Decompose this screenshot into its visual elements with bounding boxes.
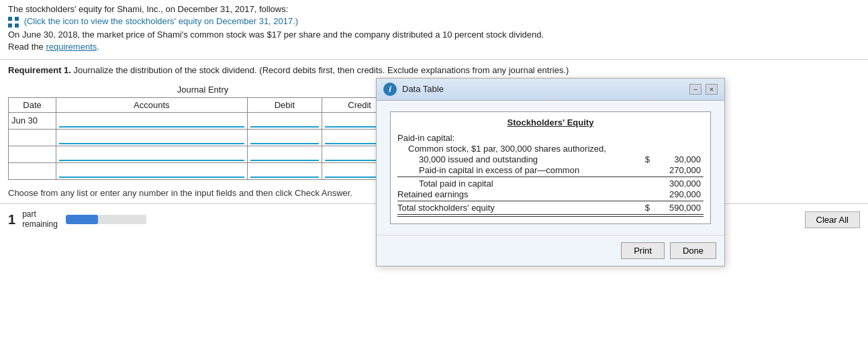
equity-row-3: Paid-in capital in excess of par—common … [397, 165, 704, 175]
requirement-bold: Requirement 1. [8, 65, 71, 75]
journal-row-2 [9, 129, 397, 146]
table-icon [8, 17, 19, 28]
equity-value-3: 270,000 [650, 165, 704, 175]
equity-label-2: 30,000 issued and outstanding [419, 154, 639, 164]
equity-value-5: 290,000 [650, 189, 704, 199]
divider-2 [397, 201, 704, 201]
accounts-input-1[interactable] [59, 114, 244, 128]
equity-label-4: Total paid in capital [419, 179, 639, 189]
debit-input-3[interactable] [250, 148, 320, 161]
modal-footer: Print Done [377, 235, 724, 266]
header-line3: On June 30, 2018, the market price of Sh… [8, 30, 860, 40]
svg-rect-1 [15, 17, 19, 21]
instruction-text: Choose from any list or enter any number… [8, 188, 352, 198]
debit-cell-2[interactable] [247, 129, 322, 146]
equity-label-0: Paid-in capital: [397, 133, 639, 143]
modal-title: Data Table [402, 84, 684, 94]
svg-rect-2 [8, 23, 12, 28]
journal-table: Date Accounts Debit Credit Jun 30 [8, 97, 397, 180]
print-button[interactable]: Print [621, 242, 665, 259]
equity-row-2: 30,000 issued and outstanding $ 30,000 [397, 154, 704, 164]
clear-all-button[interactable]: Clear All [805, 211, 860, 228]
accounts-cell-2[interactable] [56, 129, 247, 146]
divider-1 [397, 177, 704, 177]
col-header-date: Date [9, 97, 56, 112]
equity-value-2: 30,000 [650, 154, 704, 164]
equity-dollar-2: $ [639, 154, 650, 164]
header-line1: The stockholders' equity for Shami, Inc.… [8, 4, 860, 14]
svg-rect-3 [15, 23, 19, 28]
accounts-input-4[interactable] [59, 164, 244, 178]
debit-cell-4[interactable] [247, 162, 322, 179]
part-row: 1 part remaining [8, 209, 146, 230]
svg-rect-0 [8, 17, 12, 21]
equity-label-5: Retained earnings [397, 189, 639, 199]
minimize-button[interactable]: − [689, 84, 702, 95]
requirement-text: Requirement 1. Journalize the distributi… [8, 65, 860, 75]
accounts-cell-1[interactable] [56, 112, 247, 129]
requirements-link[interactable]: requirements [46, 42, 97, 52]
equity-value-6: 590,000 [650, 203, 704, 213]
modal-controls: − × [689, 84, 718, 95]
header-line2: (Click the icon to view the stockholders… [8, 16, 860, 28]
header-line4: Read the requirements. [8, 42, 860, 52]
equity-dollar-6: $ [639, 203, 650, 213]
debit-input-4[interactable] [250, 164, 320, 178]
progress-bar-bg [66, 215, 146, 224]
accounts-cell-3[interactable] [56, 146, 247, 162]
equity-row-4: Total paid in capital 300,000 [397, 179, 704, 189]
equity-table: Stockholders' Equity Paid-in capital: Co… [390, 111, 711, 224]
journal-row-1: Jun 30 [9, 112, 397, 129]
debit-input-1[interactable] [250, 114, 320, 128]
journal-row-3 [9, 146, 397, 162]
equity-title: Stockholders' Equity [397, 117, 704, 128]
journal-section: Journal Entry Date Accounts Debit Credit… [8, 85, 397, 180]
info-icon: i [383, 83, 397, 96]
requirement-section: Requirement 1. Journalize the distributi… [0, 60, 868, 78]
divider-4 [397, 216, 704, 217]
part-remaining-text: part remaining [22, 209, 58, 230]
equity-label-1: Common stock, $1 par, 300,000 shares aut… [408, 144, 639, 154]
col-header-accounts: Accounts [56, 97, 247, 112]
modal-body: Stockholders' Equity Paid-in capital: Co… [377, 101, 724, 235]
equity-link[interactable]: (Click the icon to view the stockholders… [24, 16, 299, 26]
read-prefix: Read the [8, 42, 46, 52]
date-cell-2 [9, 129, 56, 146]
accounts-input-2[interactable] [59, 131, 244, 144]
equity-row-1: Common stock, $1 par, 300,000 shares aut… [397, 144, 704, 154]
clear-all-area: Clear All [805, 211, 860, 228]
close-button[interactable]: × [706, 84, 718, 95]
equity-row-5: Retained earnings 290,000 [397, 189, 704, 199]
journal-title: Journal Entry [8, 85, 397, 95]
debit-cell-3[interactable] [247, 146, 322, 162]
date-cell-3 [9, 146, 56, 162]
requirement-label: Journalize the distribution of the stock… [71, 65, 257, 75]
period: . [97, 42, 99, 52]
data-table-modal: i Data Table − × Stockholders' Equity Pa… [376, 78, 725, 266]
equity-label-6: Total stockholders' equity [397, 203, 639, 213]
equity-row-6: Total stockholders' equity $ 590,000 [397, 203, 704, 213]
journal-row-4 [9, 162, 397, 179]
header-section: The stockholders' equity for Shami, Inc.… [0, 0, 868, 60]
equity-row-0: Paid-in capital: [397, 133, 704, 143]
accounts-input-3[interactable] [59, 148, 244, 161]
date-cell-1: Jun 30 [9, 112, 56, 129]
modal-header: i Data Table − × [377, 79, 724, 101]
main-area: Journal Entry Date Accounts Debit Credit… [0, 78, 868, 180]
divider-3 [397, 214, 704, 215]
col-header-debit: Debit [247, 97, 322, 112]
equity-label-3: Paid-in capital in excess of par—common [419, 165, 639, 175]
debit-input-2[interactable] [250, 131, 320, 144]
date-cell-4 [9, 162, 56, 179]
requirement-instruction: (Record debits first, then credits. Excl… [259, 65, 569, 75]
part-number: 1 [8, 212, 15, 228]
done-button[interactable]: Done [670, 242, 716, 259]
equity-value-4: 300,000 [650, 179, 704, 189]
progress-bar-fill [66, 215, 98, 224]
debit-cell-1[interactable] [247, 112, 322, 129]
accounts-cell-4[interactable] [56, 162, 247, 179]
